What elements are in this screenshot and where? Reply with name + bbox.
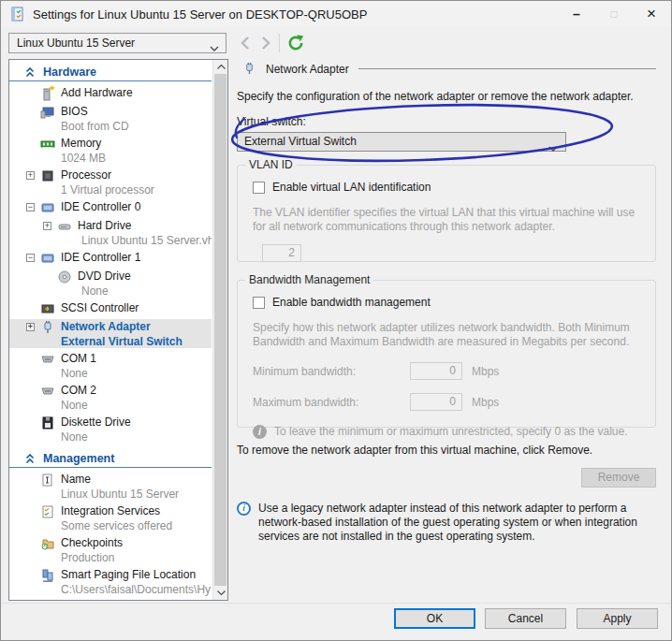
sidebar-item-com-1[interactable]: COM 1None	[9, 351, 212, 380]
legacy-note-row: i Use a legacy network adapter instead o…	[237, 502, 665, 544]
ide-icon	[40, 200, 55, 215]
sidebar-item-hard-drive[interactable]: +Hard DriveLinux Ubuntu 15 Server.vhdx	[9, 218, 212, 247]
expand-toggle[interactable]: +	[43, 222, 51, 230]
close-button[interactable]: ×	[635, 1, 667, 27]
scrollbar-thumb[interactable]	[214, 74, 226, 586]
vm-selector-value: Linux Ubuntu 15 Server	[17, 36, 135, 50]
sidebar-item-ide-controller-1[interactable]: −IDE Controller 1	[9, 250, 212, 266]
item-sublabel: None	[9, 367, 212, 380]
name-icon	[40, 473, 55, 488]
bandwidth-groupbox: Bandwidth Management Enable bandwidth ma…	[237, 280, 656, 428]
ok-button[interactable]: OK	[394, 608, 475, 629]
item-row[interactable]: SCSI Controller	[9, 300, 212, 316]
min-bandwidth-input[interactable]: 0	[410, 362, 462, 380]
item-label: Name	[61, 473, 91, 486]
sidebar-item-ide-controller-0[interactable]: −IDE Controller 0	[9, 199, 212, 215]
expand-toggle[interactable]: +	[26, 171, 35, 180]
back-button[interactable]	[237, 35, 254, 51]
sidebar-sections: HardwareAdd HardwareBIOSBoot from CDMemo…	[9, 65, 212, 601]
autostart-icon	[40, 600, 55, 601]
item-row[interactable]: Automatic Start Action	[9, 599, 212, 601]
sidebar-item-automatic-start-action[interactable]: Automatic Start ActionRestart if previou…	[9, 599, 212, 601]
panel-intro: Specify the configuration of the network…	[237, 90, 665, 103]
sidebar-item-checkpoints[interactable]: CheckpointsProduction	[9, 535, 212, 564]
sidebar-item-integration-services[interactable]: Integration ServicesSome services offere…	[9, 503, 212, 532]
sidebar-item-processor[interactable]: +Processor1 Virtual processor	[9, 168, 212, 197]
bandwidth-checkbox[interactable]	[253, 297, 265, 309]
item-row[interactable]: +Network Adapter	[9, 319, 212, 335]
maximize-button: □	[598, 1, 630, 27]
max-bandwidth-input[interactable]: 0	[410, 393, 462, 411]
refresh-button[interactable]	[286, 34, 305, 52]
remove-button[interactable]: Remove	[581, 468, 656, 488]
scroll-up-icon[interactable]	[213, 60, 228, 74]
sidebar-section-hardware: HardwareAdd HardwareBIOSBoot from CDMemo…	[9, 65, 212, 444]
max-bandwidth-unit: Mbps	[472, 396, 642, 409]
expand-toggle[interactable]: −	[26, 254, 35, 262]
item-row[interactable]: −IDE Controller 1	[9, 250, 212, 266]
sidebar-item-smart-paging-file-location[interactable]: Smart Paging File LocationC:\Users\faisa…	[9, 567, 212, 596]
section-label: Management	[43, 452, 114, 465]
vlan-groupbox: VLAN ID Enable virtual LAN identificatio…	[237, 165, 656, 262]
item-row[interactable]: Name	[9, 472, 212, 488]
sidebar-item-scsi-controller[interactable]: SCSI Controller	[9, 300, 212, 316]
vlan-checkbox-label: Enable virtual LAN identification	[272, 181, 431, 194]
item-sublabel: External Virtual Switch	[9, 335, 212, 348]
scroll-down-icon[interactable]	[213, 586, 228, 600]
item-sublabel: 1 Virtual processor	[9, 183, 212, 197]
item-row[interactable]: Diskette Drive	[9, 415, 212, 430]
expand-toggle[interactable]: −	[26, 203, 35, 211]
item-row[interactable]: COM 1	[9, 351, 212, 367]
sidebar-item-network-adapter[interactable]: +Network AdapterExternal Virtual Switch	[9, 319, 212, 348]
sidebar-item-dvd-drive[interactable]: DVD DriveNone	[9, 269, 212, 298]
apply-button[interactable]: Apply	[577, 608, 658, 629]
virtual-switch-dropdown[interactable]: External Virtual Switch	[237, 132, 566, 152]
sidebar-item-diskette-drive[interactable]: Diskette DriveNone	[9, 415, 212, 444]
item-row[interactable]: Add Hardware	[9, 85, 212, 101]
section-header-hardware[interactable]: Hardware	[9, 65, 212, 81]
item-row[interactable]: +Hard Drive	[9, 218, 212, 234]
item-row[interactable]: COM 2	[9, 383, 212, 399]
scsi-icon	[40, 301, 55, 316]
item-row[interactable]: Memory	[9, 136, 212, 152]
forward-arrow-icon	[260, 36, 271, 50]
item-label: DVD Drive	[78, 270, 131, 283]
cancel-button[interactable]: Cancel	[485, 608, 566, 629]
expand-toggle[interactable]: +	[26, 323, 35, 331]
com-icon	[40, 352, 55, 367]
vlan-checkbox[interactable]	[253, 182, 265, 194]
item-row[interactable]: Integration Services	[9, 503, 212, 519]
sidebar-item-name[interactable]: NameLinux Ubuntu 15 Server	[9, 472, 212, 501]
item-sublabel: None	[9, 430, 212, 444]
ide-icon	[40, 251, 55, 266]
item-row[interactable]: Smart Paging File Location	[9, 567, 212, 583]
bios-icon	[40, 105, 55, 120]
item-row[interactable]: −IDE Controller 0	[9, 199, 212, 215]
item-row[interactable]: +Processor	[9, 168, 212, 183]
min-bandwidth-label: Minimum bandwidth:	[253, 365, 410, 378]
vm-selector-dropdown[interactable]: Linux Ubuntu 15 Server	[8, 33, 226, 53]
network-adapter-panel: Network Adapter Specify the configuratio…	[235, 57, 665, 544]
processor-icon	[40, 168, 55, 183]
item-label: COM 1	[61, 352, 96, 365]
minimize-button[interactable]: –	[561, 1, 592, 27]
sidebar-item-add-hardware[interactable]: Add Hardware	[9, 85, 212, 101]
collapse-chevron-icon	[24, 67, 36, 80]
virtual-switch-value: External Virtual Switch	[244, 135, 357, 148]
integration-icon	[40, 504, 55, 519]
sidebar-item-com-2[interactable]: COM 2None	[9, 383, 212, 412]
sidebar-item-memory[interactable]: Memory1024 MB	[9, 136, 212, 165]
item-row[interactable]: DVD Drive	[9, 269, 212, 284]
item-row[interactable]: BIOS	[9, 104, 212, 120]
sidebar-scrollbar[interactable]	[212, 60, 227, 600]
item-row[interactable]: Checkpoints	[9, 535, 212, 551]
item-sublabel: None	[9, 284, 212, 298]
forward-button[interactable]	[257, 35, 274, 51]
vlan-id-input[interactable]: 2	[262, 244, 301, 262]
item-sublabel: Production	[9, 551, 212, 564]
refresh-icon	[286, 34, 305, 52]
com-icon	[40, 384, 55, 399]
hardware-nav-sidebar: HardwareAdd HardwareBIOSBoot from CDMemo…	[8, 59, 228, 601]
section-header-management[interactable]: Management	[9, 451, 212, 468]
sidebar-item-bios[interactable]: BIOSBoot from CD	[9, 104, 212, 133]
